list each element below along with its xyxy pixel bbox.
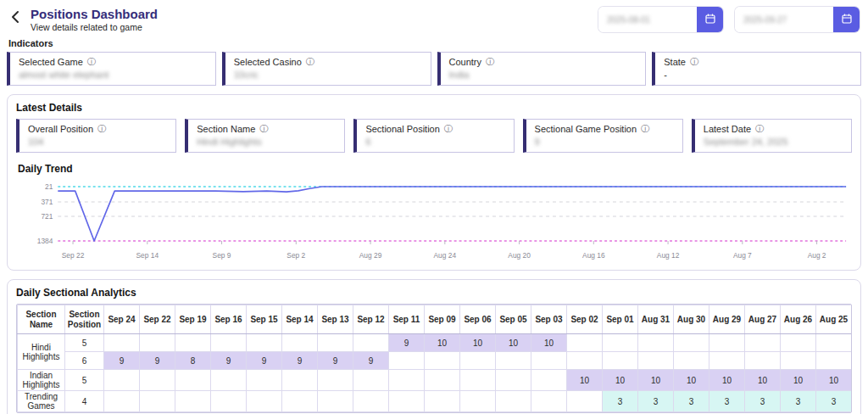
info-icon[interactable]: ⓘ bbox=[306, 58, 314, 66]
section-position-cell: 4 bbox=[65, 391, 104, 412]
svg-text:Aug 7: Aug 7 bbox=[733, 251, 752, 260]
svg-text:Aug 2: Aug 2 bbox=[808, 251, 826, 260]
table-row: Indian Highlights5101010101010101010 bbox=[18, 370, 853, 391]
section-position-cell: 5 bbox=[65, 334, 104, 352]
date-range-picker: 2025-08-01 2025-09-27 bbox=[598, 7, 860, 32]
table-header-row: Section NameSection PositionSep 24Sep 22… bbox=[18, 305, 853, 334]
position-value-cell: 10 bbox=[745, 370, 781, 391]
position-value-cell: 3 bbox=[638, 391, 674, 412]
position-value-cell bbox=[389, 352, 425, 370]
position-value-cell bbox=[496, 391, 531, 412]
latest-details-panel: Latest Details Overall Positionⓘ 104 Sec… bbox=[7, 94, 861, 271]
position-value-cell bbox=[175, 391, 211, 412]
info-icon[interactable]: ⓘ bbox=[87, 58, 96, 66]
position-value-cell: 10 bbox=[567, 370, 603, 391]
svg-text:1384: 1384 bbox=[37, 237, 53, 245]
position-value-cell: 9 bbox=[318, 352, 353, 370]
svg-text:Sep 2: Sep 2 bbox=[287, 251, 305, 260]
detail-label: Latest Date bbox=[704, 124, 751, 134]
date-column-header: Sep 02 bbox=[567, 305, 603, 334]
position-value-cell bbox=[425, 370, 460, 391]
date-column-header: Aug 30 bbox=[674, 305, 709, 334]
position-value-cell bbox=[567, 352, 603, 370]
position-value-cell bbox=[603, 334, 638, 352]
position-value-cell bbox=[389, 370, 425, 391]
position-value-cell bbox=[140, 334, 175, 352]
position-value-cell bbox=[140, 370, 175, 391]
detail-value: September 24, 2025 bbox=[704, 137, 843, 147]
position-value-cell bbox=[282, 391, 318, 412]
detail-label: Sectional Position bbox=[365, 124, 439, 134]
indicator-card-state: Stateⓘ - bbox=[652, 52, 861, 86]
position-value-cell bbox=[211, 370, 247, 391]
date-column-header: Sep 05 bbox=[496, 305, 531, 334]
section-name-cell: Hindi Highlights bbox=[18, 334, 65, 370]
position-value-cell bbox=[745, 352, 781, 370]
start-date-input[interactable]: 2025-08-01 bbox=[598, 7, 697, 32]
indicator-label: Selected Game bbox=[19, 57, 83, 67]
detail-label: Sectional Game Position bbox=[535, 124, 637, 134]
position-value-cell bbox=[852, 352, 853, 370]
position-value-cell bbox=[247, 370, 282, 391]
position-value-cell: 9 bbox=[247, 352, 282, 370]
detail-value: 6 bbox=[365, 137, 504, 147]
table-row: Hindi Highlights5910101010 bbox=[18, 334, 853, 352]
info-icon[interactable]: ⓘ bbox=[690, 58, 698, 66]
date-column-header: Sep 09 bbox=[425, 305, 460, 334]
position-value-cell bbox=[104, 334, 140, 352]
position-value-cell bbox=[389, 391, 425, 412]
info-icon[interactable]: ⓘ bbox=[259, 125, 268, 133]
back-button[interactable] bbox=[8, 9, 22, 27]
position-value-cell: 10 bbox=[638, 370, 674, 391]
info-icon[interactable]: ⓘ bbox=[755, 125, 764, 133]
date-column-header: Aug 31 bbox=[638, 305, 674, 334]
info-icon[interactable]: ⓘ bbox=[444, 125, 453, 133]
position-value-cell bbox=[247, 334, 282, 352]
end-date-input[interactable]: 2025-09-27 bbox=[735, 7, 833, 32]
svg-text:21: 21 bbox=[45, 182, 53, 191]
info-icon[interactable]: ⓘ bbox=[641, 125, 649, 133]
start-date-calendar-button[interactable] bbox=[697, 7, 723, 32]
table-row: Trending Games433333333 bbox=[18, 391, 853, 412]
position-value-cell bbox=[211, 391, 247, 412]
date-column-header: Sep 22 bbox=[140, 305, 175, 334]
date-column-header: Sep 11 bbox=[389, 305, 425, 334]
date-column-header: Aug 27 bbox=[745, 305, 781, 334]
position-value-cell bbox=[318, 391, 353, 412]
date-column-header: Sep 13 bbox=[318, 305, 353, 334]
indicators-cards-row: Selected Gameⓘ almost white elephant Sel… bbox=[0, 52, 868, 86]
indicator-label: Country bbox=[449, 57, 482, 67]
position-value-cell: 3 bbox=[709, 391, 745, 412]
date-column-header: Sep 16 bbox=[211, 305, 247, 334]
date-column-header: Aug 26 bbox=[781, 305, 816, 334]
info-icon[interactable]: ⓘ bbox=[486, 58, 494, 66]
position-value-cell: 10 bbox=[709, 370, 745, 391]
info-icon[interactable]: ⓘ bbox=[97, 125, 106, 133]
daily-sectional-analytics-panel: Daily Sectional Analytics Section NameSe… bbox=[7, 279, 861, 414]
analytics-table-title: Daily Sectional Analytics bbox=[16, 287, 852, 299]
daily-trend-title: Daily Trend bbox=[18, 163, 852, 175]
detail-card-sectional-game-position: Sectional Game Positionⓘ 9 bbox=[523, 119, 683, 153]
position-value-cell: 10 bbox=[425, 334, 460, 352]
position-value-cell: 9 bbox=[282, 352, 318, 370]
latest-details-title: Latest Details bbox=[16, 102, 852, 114]
svg-text:Sep 22: Sep 22 bbox=[62, 251, 85, 260]
position-value-cell bbox=[496, 370, 531, 391]
position-value-cell bbox=[567, 391, 603, 412]
section-position-cell: 6 bbox=[65, 352, 104, 370]
end-date-calendar-button[interactable] bbox=[833, 7, 860, 32]
position-value-cell bbox=[425, 352, 460, 370]
svg-text:721: 721 bbox=[41, 212, 53, 221]
position-value-cell bbox=[531, 391, 567, 412]
date-column-header: Sep 12 bbox=[353, 305, 389, 334]
position-value-cell bbox=[603, 352, 638, 370]
end-date-group: 2025-09-27 bbox=[735, 7, 860, 32]
position-value-cell: 3 bbox=[852, 391, 853, 412]
position-value-cell: 10 bbox=[531, 334, 567, 352]
detail-value: 9 bbox=[535, 137, 674, 147]
section-name-cell: Trending Games bbox=[18, 391, 65, 412]
indicator-value: 10cric bbox=[234, 70, 422, 80]
position-value-cell bbox=[282, 334, 318, 352]
svg-text:Aug 16: Aug 16 bbox=[582, 251, 605, 260]
position-value-cell bbox=[353, 370, 389, 391]
